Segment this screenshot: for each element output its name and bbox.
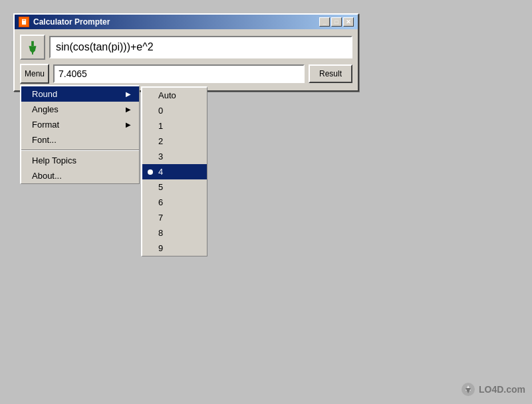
- submenu-item-0-label: 0: [158, 106, 163, 116]
- close-button[interactable]: ✕: [343, 17, 354, 27]
- menu-item-format[interactable]: Format ▶: [21, 117, 139, 132]
- submenu-item-2[interactable]: 2: [142, 134, 207, 149]
- menu-item-help[interactable]: Help Topics: [21, 153, 139, 168]
- submenu-item-9-label: 9: [158, 243, 163, 253]
- submenu-item-5-label: 5: [158, 182, 163, 192]
- menu-item-angles[interactable]: Angles ▶: [21, 102, 139, 117]
- submenu-item-1-label: 1: [158, 121, 163, 131]
- submenu-item-2-label: 2: [158, 136, 163, 146]
- submenu-item-6-label: 6: [158, 197, 163, 207]
- watermark-text: LO4D.com: [479, 384, 525, 395]
- submenu-item-1[interactable]: 1: [142, 118, 207, 134]
- formula-row: [20, 35, 352, 60]
- minimize-button[interactable]: _: [319, 17, 330, 27]
- submenu-item-8[interactable]: 8: [142, 225, 207, 241]
- submenu-arrow-round: ▶: [126, 90, 131, 98]
- title-bar: 🖩 Calculator Prompter _ □ ✕: [15, 15, 358, 29]
- menu-button[interactable]: Menu: [20, 64, 49, 84]
- submenu-arrow-angles: ▶: [126, 106, 131, 113]
- menu-item-about-label: About...: [32, 171, 62, 181]
- submenu-item-auto[interactable]: Auto: [142, 88, 207, 103]
- submenu-item-3-label: 3: [158, 152, 163, 161]
- main-window: 🖩 Calculator Prompter _ □ ✕ Menu: [13, 13, 359, 92]
- result-input[interactable]: [53, 64, 305, 83]
- result-row: Menu Result: [20, 64, 352, 84]
- menu-item-font-label: Font...: [32, 135, 57, 145]
- svg-rect-0: [31, 41, 34, 46]
- watermark-icon: [460, 381, 476, 397]
- result-button[interactable]: Result: [309, 64, 352, 83]
- menu-item-round[interactable]: Round ▶: [21, 86, 139, 102]
- submenu-arrow-format: ▶: [126, 121, 131, 128]
- menu-item-font[interactable]: Font...: [21, 132, 139, 148]
- svg-rect-2: [32, 51, 33, 55]
- main-menu: Round ▶ Angles ▶ Format ▶ Font... Help T…: [20, 85, 140, 184]
- formula-input[interactable]: [49, 36, 352, 58]
- selected-bullet: [148, 169, 153, 175]
- submenu-item-0[interactable]: 0: [142, 103, 207, 118]
- menu-item-format-label: Format: [32, 120, 59, 130]
- watermark: LO4D.com: [460, 381, 525, 397]
- submenu-item-auto-label: Auto: [158, 90, 176, 100]
- menu-item-help-label: Help Topics: [32, 155, 76, 165]
- menu-item-round-label: Round: [32, 89, 57, 99]
- pin-icon: [25, 40, 40, 54]
- submenu-item-7[interactable]: 7: [142, 210, 207, 225]
- submenu-item-3[interactable]: 3: [142, 149, 207, 164]
- menu-item-about[interactable]: About...: [21, 168, 139, 183]
- pin-button[interactable]: [20, 35, 45, 60]
- title-bar-left: 🖩 Calculator Prompter: [19, 17, 110, 27]
- menu-item-angles-label: Angles: [32, 104, 59, 114]
- window-body: Menu Result Round ▶ Angles ▶ Format ▶: [15, 29, 358, 90]
- submenu-item-8-label: 8: [158, 228, 163, 238]
- window-title: Calculator Prompter: [33, 17, 110, 27]
- submenu-item-4[interactable]: 4: [142, 164, 207, 179]
- maximize-button[interactable]: □: [331, 17, 342, 27]
- title-controls: _ □ ✕: [319, 17, 354, 27]
- menu-separator: [21, 150, 139, 151]
- submenu-item-7-label: 7: [158, 213, 163, 223]
- submenu-item-4-label: 4: [158, 167, 163, 177]
- submenu-item-5[interactable]: 5: [142, 179, 207, 195]
- submenu-item-9[interactable]: 9: [142, 241, 207, 256]
- round-submenu: Auto 0 1 2 3 4: [141, 86, 207, 256]
- app-icon: 🖩: [19, 17, 29, 27]
- submenu-item-6[interactable]: 6: [142, 195, 207, 210]
